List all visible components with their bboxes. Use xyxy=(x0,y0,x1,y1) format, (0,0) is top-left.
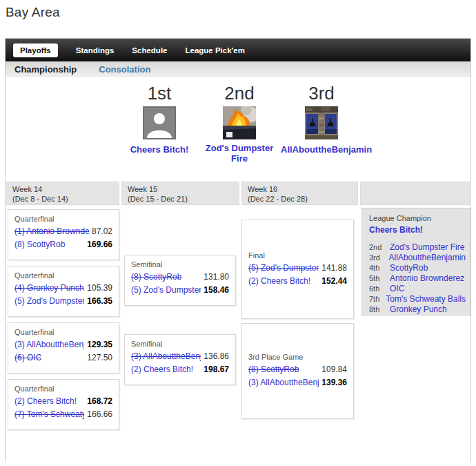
week-15-header: Week 15(Dec 15 - Dec 21) xyxy=(121,182,239,205)
match-label: Quarterfinal xyxy=(14,385,112,393)
team-row: (3) AllAbouttheBenjam 136.86 xyxy=(131,350,229,363)
league-champion-label: League Champion xyxy=(369,214,466,223)
match-label: 3rd Place Game xyxy=(248,353,347,361)
team-link[interactable]: (6) OIC xyxy=(14,351,41,365)
team-link[interactable]: OIC xyxy=(390,284,404,294)
sub-nav: Championship Consolation xyxy=(6,61,470,77)
week-headers: Week 14(Dec 8 - Dec 14) Week 15(Dec 15 -… xyxy=(6,182,470,205)
first-place-label: 1st xyxy=(119,83,200,104)
playoffs-panel: Playoffs Standings Schedule League Pick'… xyxy=(5,38,471,462)
podium-team-link[interactable]: Cheers Bitch! xyxy=(130,144,189,155)
team-link[interactable]: AllAbouttheBenjamin xyxy=(389,253,466,263)
team-score: 109.84 xyxy=(321,363,347,376)
team-score: 198.67 xyxy=(204,363,229,376)
team-score: 166.66 xyxy=(87,408,112,421)
page-title: Bay Area xyxy=(6,5,60,20)
ranking-row: 2nd Zod's Dumpster Fire xyxy=(369,242,466,253)
team-row: (2) Cheers Bitch! 152.44 xyxy=(248,275,347,288)
team-score: 158.46 xyxy=(204,284,229,297)
week-16-header: Week 16(Dec 22 - Dec 28) xyxy=(241,182,358,205)
team-row: (3) AllAbouttheBenjam 129.35 xyxy=(14,338,112,351)
team-link[interactable]: (8) ScottyRob xyxy=(131,271,181,284)
team-row: (4) Gronkey Punch 105.39 xyxy=(14,282,112,295)
rank-label: 3rd xyxy=(369,253,389,263)
team-score: 105.39 xyxy=(87,282,112,295)
podium-third-place: 3rd xyxy=(281,83,362,155)
team-score: 141.88 xyxy=(321,262,347,275)
team-row: (6) OIC 127.50 xyxy=(14,351,112,365)
team-link[interactable]: (2) Cheers Bitch! xyxy=(131,363,193,376)
team-link[interactable]: Tom's Schweaty Balls xyxy=(386,294,466,304)
team-score: 139.36 xyxy=(321,376,347,389)
team-link[interactable]: (4) Gronkey Punch xyxy=(14,282,84,295)
rank-label: 8th xyxy=(369,304,390,315)
third-place-match: 3rd Place Game (8) ScottyRob 109.84 (3) … xyxy=(241,323,354,419)
match-label: Quarterfinal xyxy=(14,271,112,280)
team-link[interactable]: (3) AllAbouttheBenjam xyxy=(14,338,84,351)
team-link[interactable]: (8) ScottyRob xyxy=(14,238,65,251)
podium-team-link[interactable]: AllAbouttheBenjamin xyxy=(281,144,372,155)
team-link[interactable]: (3) AllAbouttheBenjam xyxy=(131,350,201,363)
rank-label: 2nd xyxy=(369,242,390,253)
team-row: (2) Cheers Bitch! 198.67 xyxy=(131,363,229,376)
bracket: Quarterfinal (1) Antonio Browndere 87.02… xyxy=(6,205,470,463)
ranking-row: 4th ScottyRob xyxy=(369,263,466,273)
team-link[interactable]: (2) Cheers Bitch! xyxy=(248,275,310,288)
team-link[interactable]: (5) Zod's Dumpster Fir xyxy=(14,295,84,308)
match-label: Final xyxy=(248,251,347,260)
third-place-label: 3rd xyxy=(281,83,362,104)
tab-standings[interactable]: Standings xyxy=(76,46,115,55)
match-label: Semifinal xyxy=(131,260,229,269)
default-silhouette-avatar[interactable] xyxy=(143,106,176,139)
ranking-row: 8th Gronkey Punch xyxy=(369,304,466,315)
team-link[interactable]: Antonio Brownderez xyxy=(390,273,464,284)
team-link[interactable]: Gronkey Punch xyxy=(390,304,447,315)
tab-league-pickem[interactable]: League Pick'em xyxy=(185,46,244,55)
tab-schedule[interactable]: Schedule xyxy=(132,46,167,55)
ranking-row: 5th Antonio Brownderez xyxy=(369,273,466,284)
match-label: Quarterfinal xyxy=(14,328,112,336)
team-row: (2) Cheers Bitch! 168.72 xyxy=(14,395,112,408)
team-link[interactable]: (7) Tom's Schweaty Ba xyxy=(14,408,84,421)
team-row: (1) Antonio Browndere 87.02 xyxy=(14,225,112,238)
quarterfinal-2: Quarterfinal (4) Gronkey Punch 105.39 (5… xyxy=(8,266,119,317)
team-link[interactable]: (3) AllAbouttheBenjam xyxy=(248,376,319,389)
quarterfinal-4: Quarterfinal (2) Cheers Bitch! 168.72 (7… xyxy=(8,379,119,430)
empty-header xyxy=(360,182,470,205)
ranking-row: 6th OIC xyxy=(369,284,466,294)
quarterfinal-3: Quarterfinal (3) AllAbouttheBenjam 129.3… xyxy=(8,322,119,373)
team-link[interactable]: (5) Zod's Dumpster Fir xyxy=(248,262,319,275)
podium-team-link[interactable]: Zod's Dumpster Fire xyxy=(199,143,280,164)
podium-second-place: 2nd Zod's Dumpster Fire xyxy=(199,83,280,164)
podium: 1st Cheers Bitch! 2nd xyxy=(6,77,470,182)
dumpster-fire-photo-avatar[interactable] xyxy=(223,106,256,139)
subnav-championship[interactable]: Championship xyxy=(14,64,77,75)
team-score: 136.86 xyxy=(204,350,229,363)
match-label: Semifinal xyxy=(131,340,229,348)
team-row: (8) ScottyRob 131.80 xyxy=(131,271,229,284)
blue-bells-photo-avatar[interactable] xyxy=(305,106,338,139)
champion-team-link[interactable]: Cheers Bitch! xyxy=(369,224,423,235)
team-link[interactable]: (2) Cheers Bitch! xyxy=(14,395,77,408)
team-link[interactable]: Zod's Dumpster Fire xyxy=(390,242,464,253)
team-score: 168.72 xyxy=(87,395,112,408)
ranking-row: 3rd AllAbouttheBenjamin xyxy=(369,253,466,263)
team-score: 87.02 xyxy=(92,225,112,238)
team-link[interactable]: (5) Zod's Dumpster Fir xyxy=(131,284,201,297)
final-match: Final (5) Zod's Dumpster Fir 141.88 (2) … xyxy=(241,220,354,319)
team-score: 169.66 xyxy=(87,238,112,251)
rank-label: 4th xyxy=(369,263,390,273)
semifinal-1: Semifinal (8) ScottyRob 131.80 (5) Zod's… xyxy=(124,255,236,306)
team-row: (5) Zod's Dumpster Fir 166.35 xyxy=(14,295,112,308)
team-link[interactable]: (1) Antonio Browndere xyxy=(14,225,89,238)
rank-label: 5th xyxy=(369,273,390,284)
team-score: 131.80 xyxy=(204,271,229,284)
team-link[interactable]: ScottyRob xyxy=(390,263,428,273)
team-score: 166.35 xyxy=(87,295,112,308)
subnav-consolation[interactable]: Consolation xyxy=(99,64,150,75)
team-link[interactable]: (8) ScottyRob xyxy=(248,363,299,376)
team-row: (7) Tom's Schweaty Ba 166.66 xyxy=(14,408,112,421)
team-score: 127.50 xyxy=(87,351,112,365)
tab-playoffs[interactable]: Playoffs xyxy=(13,43,58,57)
league-champion-panel: League Champion Cheers Bitch! 2nd Zod's … xyxy=(361,208,470,315)
